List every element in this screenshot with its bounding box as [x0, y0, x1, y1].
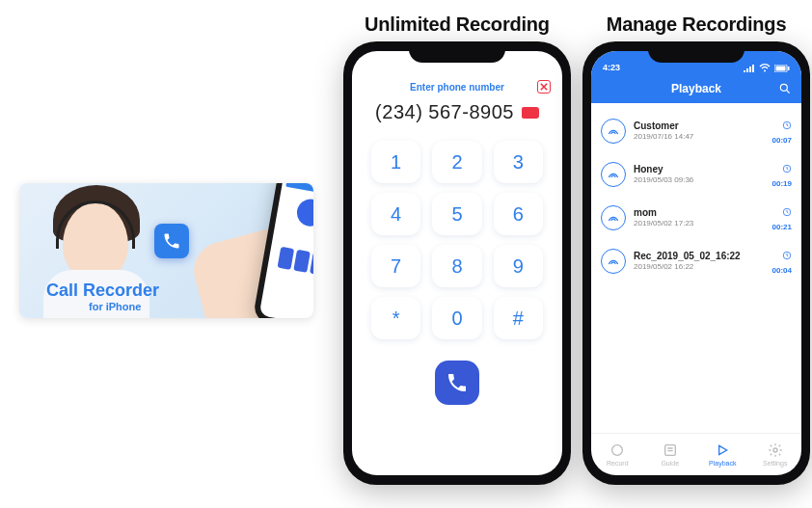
tab-label: Settings	[763, 460, 787, 467]
svg-marker-15	[719, 445, 727, 454]
phone-number-display: (234) 567-8905	[375, 101, 514, 123]
phone-frame: 4:23 Playback Customer2019/07/16 14:4700…	[582, 41, 810, 485]
recording-row[interactable]: Rec_2019_05_02_16:222019/05/02 16:2200:0…	[591, 239, 801, 282]
svg-point-16	[773, 448, 777, 452]
clock-icon	[782, 160, 792, 177]
keypad-key-#[interactable]: #	[494, 297, 543, 339]
recording-icon	[601, 249, 626, 274]
svg-point-4	[764, 70, 766, 72]
recording-icon	[601, 162, 626, 187]
svg-rect-3	[752, 65, 754, 72]
tab-settings[interactable]: Settings	[749, 434, 802, 475]
keypad-key-5[interactable]: 5	[432, 193, 481, 235]
recording-duration: 00:04	[772, 266, 792, 275]
promo-subtitle: for iPhone	[89, 301, 141, 312]
recording-name: Rec_2019_05_02_16:22	[634, 251, 765, 261]
recording-duration: 00:07	[772, 136, 792, 145]
recording-row[interactable]: Honey2019/05/03 09:3600:19	[591, 152, 801, 196]
keypad-key-4[interactable]: 4	[371, 193, 420, 235]
tab-playback[interactable]: Playback	[696, 434, 749, 475]
title-bar: Playback	[591, 74, 801, 103]
promo-phone-illustration	[178, 193, 313, 318]
call-button[interactable]	[435, 361, 479, 405]
phone-icon	[154, 224, 189, 258]
screenshot-playback: Manage Recordings 4:23 Playback Customer…	[582, 13, 810, 485]
recording-row[interactable]: mom2019/05/02 17:2300:21	[591, 196, 801, 239]
promo-banner: Call Recorder for iPhone	[19, 183, 313, 318]
clock-icon	[782, 117, 792, 134]
recording-duration: 00:19	[772, 179, 792, 188]
tab-label: Guide	[661, 460, 679, 467]
screenshot-heading: Unlimited Recording	[343, 13, 571, 36]
keypad-key-6[interactable]: 6	[494, 193, 543, 235]
recording-date: 2019/07/16 14:47	[634, 132, 765, 141]
recording-name: Honey	[634, 164, 765, 174]
keypad-key-3[interactable]: 3	[494, 141, 543, 183]
battery-icon	[774, 65, 790, 72]
svg-rect-7	[788, 67, 790, 70]
svg-point-8	[780, 84, 787, 91]
screenshot-dialer: Unlimited Recording Enter phone number (…	[343, 13, 571, 485]
screen-title: Playback	[671, 82, 721, 95]
backspace-icon[interactable]	[522, 107, 539, 119]
svg-rect-0	[744, 70, 745, 72]
search-icon[interactable]	[778, 82, 792, 95]
recording-name: Customer	[634, 120, 765, 131]
recording-date: 2019/05/02 17:23	[634, 219, 765, 227]
promo-title: Call Recorder	[46, 281, 159, 299]
keypad-key-2[interactable]: 2	[432, 141, 481, 183]
svg-rect-6	[776, 66, 786, 70]
tab-bar: RecordGuidePlaybackSettings	[591, 433, 801, 475]
recording-name: mom	[634, 207, 765, 218]
tab-record[interactable]: Record	[591, 434, 644, 475]
keypad-key-0[interactable]: 0	[432, 297, 481, 339]
keypad-key-1[interactable]: 1	[371, 141, 420, 183]
tab-label: Playback	[709, 460, 736, 467]
recording-icon	[601, 205, 626, 230]
svg-rect-1	[746, 68, 748, 72]
clock-icon	[782, 247, 792, 264]
recording-date: 2019/05/02 16:22	[634, 262, 765, 271]
keypad-key-9[interactable]: 9	[494, 245, 543, 287]
recording-date: 2019/05/03 09:36	[634, 175, 765, 184]
svg-point-13	[612, 445, 623, 456]
keypad-key-7[interactable]: 7	[371, 245, 420, 287]
screenshot-heading: Manage Recordings	[582, 13, 810, 36]
tab-guide[interactable]: Guide	[644, 434, 697, 475]
close-icon[interactable]	[537, 80, 551, 94]
recording-icon	[601, 119, 626, 144]
signal-icon	[744, 65, 755, 72]
tab-label: Record	[607, 460, 629, 467]
status-time: 4:23	[603, 63, 620, 72]
recordings-list: Customer2019/07/16 14:4700:07Honey2019/0…	[591, 103, 801, 288]
wifi-icon	[759, 64, 771, 72]
phone-frame: Enter phone number (234) 567-8905 123456…	[343, 41, 571, 485]
enter-number-prompt: Enter phone number	[410, 82, 504, 93]
recording-row[interactable]: Customer2019/07/16 14:4700:07	[591, 109, 801, 152]
keypad-key-8[interactable]: 8	[432, 245, 481, 287]
keypad: 123456789*0#	[352, 123, 562, 339]
recording-duration: 00:21	[772, 223, 792, 231]
svg-rect-2	[749, 67, 751, 72]
keypad-key-*[interactable]: *	[371, 297, 420, 339]
clock-icon	[782, 203, 792, 221]
